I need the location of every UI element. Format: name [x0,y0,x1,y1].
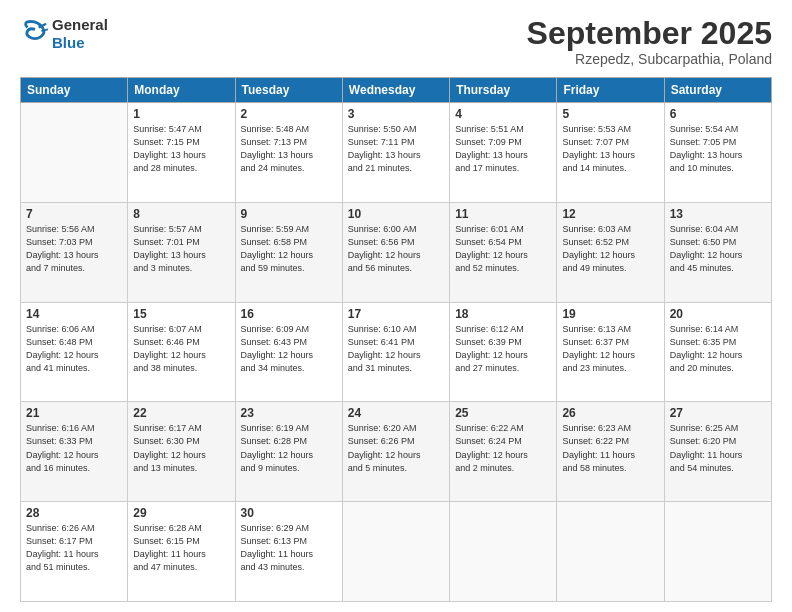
day-info: Sunrise: 6:29 AM Sunset: 6:13 PM Dayligh… [241,522,337,574]
day-info: Sunrise: 6:16 AM Sunset: 6:33 PM Dayligh… [26,422,122,474]
calendar-cell: 18Sunrise: 6:12 AM Sunset: 6:39 PM Dayli… [450,302,557,402]
day-info: Sunrise: 6:07 AM Sunset: 6:46 PM Dayligh… [133,323,229,375]
day-info: Sunrise: 6:12 AM Sunset: 6:39 PM Dayligh… [455,323,551,375]
calendar-cell: 23Sunrise: 6:19 AM Sunset: 6:28 PM Dayli… [235,402,342,502]
day-info: Sunrise: 6:10 AM Sunset: 6:41 PM Dayligh… [348,323,444,375]
calendar-cell: 24Sunrise: 6:20 AM Sunset: 6:26 PM Dayli… [342,402,449,502]
calendar-cell: 26Sunrise: 6:23 AM Sunset: 6:22 PM Dayli… [557,402,664,502]
calendar-cell: 7Sunrise: 5:56 AM Sunset: 7:03 PM Daylig… [21,202,128,302]
calendar-cell: 27Sunrise: 6:25 AM Sunset: 6:20 PM Dayli… [664,402,771,502]
calendar-cell [21,103,128,203]
calendar-week-2: 7Sunrise: 5:56 AM Sunset: 7:03 PM Daylig… [21,202,772,302]
day-info: Sunrise: 6:26 AM Sunset: 6:17 PM Dayligh… [26,522,122,574]
calendar-cell: 13Sunrise: 6:04 AM Sunset: 6:50 PM Dayli… [664,202,771,302]
calendar-week-1: 1Sunrise: 5:47 AM Sunset: 7:15 PM Daylig… [21,103,772,203]
header: General Blue September 2025 Rzepedz, Sub… [20,16,772,67]
day-info: Sunrise: 6:14 AM Sunset: 6:35 PM Dayligh… [670,323,766,375]
day-info: Sunrise: 6:23 AM Sunset: 6:22 PM Dayligh… [562,422,658,474]
day-number: 18 [455,307,551,321]
day-number: 23 [241,406,337,420]
main-title: September 2025 [527,16,772,51]
day-number: 11 [455,207,551,221]
day-number: 25 [455,406,551,420]
calendar-cell: 11Sunrise: 6:01 AM Sunset: 6:54 PM Dayli… [450,202,557,302]
day-number: 12 [562,207,658,221]
day-info: Sunrise: 6:06 AM Sunset: 6:48 PM Dayligh… [26,323,122,375]
day-info: Sunrise: 5:59 AM Sunset: 6:58 PM Dayligh… [241,223,337,275]
calendar-cell: 14Sunrise: 6:06 AM Sunset: 6:48 PM Dayli… [21,302,128,402]
day-number: 15 [133,307,229,321]
day-number: 16 [241,307,337,321]
day-number: 24 [348,406,444,420]
calendar-cell: 28Sunrise: 6:26 AM Sunset: 6:17 PM Dayli… [21,502,128,602]
calendar-cell: 10Sunrise: 6:00 AM Sunset: 6:56 PM Dayli… [342,202,449,302]
day-number: 13 [670,207,766,221]
day-number: 19 [562,307,658,321]
calendar-cell [342,502,449,602]
day-number: 20 [670,307,766,321]
title-section: September 2025 Rzepedz, Subcarpathia, Po… [527,16,772,67]
calendar-cell: 2Sunrise: 5:48 AM Sunset: 7:13 PM Daylig… [235,103,342,203]
day-info: Sunrise: 6:01 AM Sunset: 6:54 PM Dayligh… [455,223,551,275]
day-number: 14 [26,307,122,321]
day-info: Sunrise: 6:04 AM Sunset: 6:50 PM Dayligh… [670,223,766,275]
calendar-cell: 4Sunrise: 5:51 AM Sunset: 7:09 PM Daylig… [450,103,557,203]
calendar-cell: 6Sunrise: 5:54 AM Sunset: 7:05 PM Daylig… [664,103,771,203]
calendar-header-monday: Monday [128,78,235,103]
day-number: 10 [348,207,444,221]
calendar-cell: 12Sunrise: 6:03 AM Sunset: 6:52 PM Dayli… [557,202,664,302]
logo: General Blue [20,16,108,52]
day-number: 22 [133,406,229,420]
page: General Blue September 2025 Rzepedz, Sub… [0,0,792,612]
calendar-header-tuesday: Tuesday [235,78,342,103]
calendar-cell: 16Sunrise: 6:09 AM Sunset: 6:43 PM Dayli… [235,302,342,402]
day-info: Sunrise: 5:53 AM Sunset: 7:07 PM Dayligh… [562,123,658,175]
day-info: Sunrise: 5:47 AM Sunset: 7:15 PM Dayligh… [133,123,229,175]
calendar-cell: 8Sunrise: 5:57 AM Sunset: 7:01 PM Daylig… [128,202,235,302]
calendar-week-5: 28Sunrise: 6:26 AM Sunset: 6:17 PM Dayli… [21,502,772,602]
day-number: 4 [455,107,551,121]
day-info: Sunrise: 6:17 AM Sunset: 6:30 PM Dayligh… [133,422,229,474]
calendar-header-sunday: Sunday [21,78,128,103]
calendar-cell: 19Sunrise: 6:13 AM Sunset: 6:37 PM Dayli… [557,302,664,402]
day-number: 6 [670,107,766,121]
day-number: 17 [348,307,444,321]
day-info: Sunrise: 6:09 AM Sunset: 6:43 PM Dayligh… [241,323,337,375]
subtitle: Rzepedz, Subcarpathia, Poland [527,51,772,67]
calendar-cell: 29Sunrise: 6:28 AM Sunset: 6:15 PM Dayli… [128,502,235,602]
day-info: Sunrise: 5:48 AM Sunset: 7:13 PM Dayligh… [241,123,337,175]
day-info: Sunrise: 5:54 AM Sunset: 7:05 PM Dayligh… [670,123,766,175]
day-number: 7 [26,207,122,221]
day-number: 2 [241,107,337,121]
calendar-cell [557,502,664,602]
day-info: Sunrise: 6:25 AM Sunset: 6:20 PM Dayligh… [670,422,766,474]
logo-general: General [52,16,108,33]
calendar-cell: 30Sunrise: 6:29 AM Sunset: 6:13 PM Dayli… [235,502,342,602]
calendar-header-saturday: Saturday [664,78,771,103]
day-number: 5 [562,107,658,121]
day-info: Sunrise: 5:51 AM Sunset: 7:09 PM Dayligh… [455,123,551,175]
day-number: 9 [241,207,337,221]
day-info: Sunrise: 5:57 AM Sunset: 7:01 PM Dayligh… [133,223,229,275]
day-info: Sunrise: 6:19 AM Sunset: 6:28 PM Dayligh… [241,422,337,474]
calendar-cell: 20Sunrise: 6:14 AM Sunset: 6:35 PM Dayli… [664,302,771,402]
calendar-cell: 3Sunrise: 5:50 AM Sunset: 7:11 PM Daylig… [342,103,449,203]
calendar-cell: 22Sunrise: 6:17 AM Sunset: 6:30 PM Dayli… [128,402,235,502]
calendar-cell: 1Sunrise: 5:47 AM Sunset: 7:15 PM Daylig… [128,103,235,203]
calendar-header-row: SundayMondayTuesdayWednesdayThursdayFrid… [21,78,772,103]
day-info: Sunrise: 5:56 AM Sunset: 7:03 PM Dayligh… [26,223,122,275]
day-number: 28 [26,506,122,520]
day-info: Sunrise: 6:00 AM Sunset: 6:56 PM Dayligh… [348,223,444,275]
day-number: 1 [133,107,229,121]
logo-text-block: General Blue [52,16,108,52]
day-number: 26 [562,406,658,420]
day-number: 30 [241,506,337,520]
day-number: 21 [26,406,122,420]
calendar-cell: 17Sunrise: 6:10 AM Sunset: 6:41 PM Dayli… [342,302,449,402]
calendar-header-friday: Friday [557,78,664,103]
day-number: 3 [348,107,444,121]
calendar: SundayMondayTuesdayWednesdayThursdayFrid… [20,77,772,602]
day-info: Sunrise: 6:22 AM Sunset: 6:24 PM Dayligh… [455,422,551,474]
day-info: Sunrise: 6:20 AM Sunset: 6:26 PM Dayligh… [348,422,444,474]
calendar-cell: 5Sunrise: 5:53 AM Sunset: 7:07 PM Daylig… [557,103,664,203]
